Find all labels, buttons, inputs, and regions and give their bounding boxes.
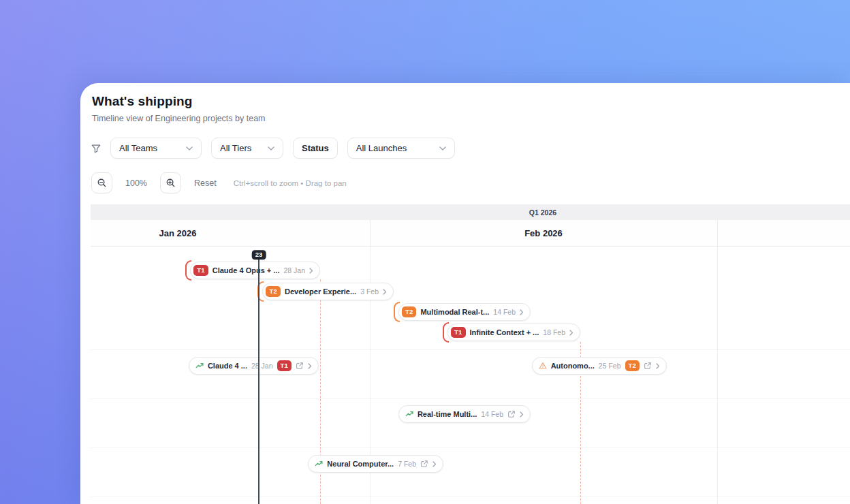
status-filter-button[interactable]: Status xyxy=(293,138,338,159)
external-link-icon xyxy=(296,362,304,370)
quarter-label: Q1 2026 xyxy=(529,208,556,217)
whats-shipping-card: What's shipping Timeline view of Enginee… xyxy=(80,83,850,504)
filters-row: All Teams All Tiers Status All Launches xyxy=(91,138,455,159)
external-link-icon xyxy=(420,460,428,468)
zoom-level-value: 100% xyxy=(125,178,147,188)
zoom-in-icon xyxy=(166,178,176,188)
chevron-down-icon xyxy=(186,146,193,151)
item-title: Infinite Context + ... xyxy=(470,328,539,336)
month-label-feb: Feb 2026 xyxy=(524,228,563,238)
row-separator xyxy=(91,349,850,350)
item-title: Real-time Multi... xyxy=(418,410,477,418)
launches-filter-select[interactable]: All Launches xyxy=(347,138,455,159)
trending-up-icon xyxy=(315,460,323,468)
zoom-in-button[interactable] xyxy=(160,172,181,193)
teams-filter-select[interactable]: All Teams xyxy=(110,138,202,159)
timeline-bar-developer-experience[interactable]: T2 Developer Experie... 3 Feb xyxy=(262,283,394,300)
launch-pill-autonomous[interactable]: Autonomo... 25 Feb T2 xyxy=(532,357,667,375)
chevron-down-icon xyxy=(268,146,274,151)
item-date: 3 Feb xyxy=(360,287,379,296)
chevron-right-icon xyxy=(520,411,524,418)
timeline-rows: T1 Claude 4 Opus + ... 28 Jan T2 Develop… xyxy=(91,247,850,504)
quarter-header-band: Q1 2026 xyxy=(91,204,850,220)
launch-pill-realtime-multi[interactable]: Real-time Multi... 14 Feb xyxy=(398,405,531,423)
chevron-right-icon xyxy=(432,461,437,467)
item-title: Multimodal Real-t... xyxy=(420,308,489,316)
timeline-canvas[interactable]: Q1 2026 Jan 2026 Feb 2026 xyxy=(91,204,850,504)
zoom-out-icon xyxy=(97,178,107,188)
month-divider xyxy=(717,220,718,246)
bar-start-bracket xyxy=(185,260,191,281)
chevron-right-icon xyxy=(656,363,660,369)
month-label-jan: Jan 2026 xyxy=(159,228,197,238)
trending-up-icon xyxy=(405,410,413,418)
row-separator xyxy=(91,447,850,448)
zoom-out-button[interactable] xyxy=(91,172,112,193)
chevron-right-icon xyxy=(308,363,312,369)
launch-pill-claude-4[interactable]: Claude 4 ... 28 Jan T1 xyxy=(189,357,319,375)
item-title: Autonomo... xyxy=(551,362,595,370)
chevron-right-icon xyxy=(520,309,524,315)
month-divider xyxy=(370,220,371,246)
tier-badge: T2 xyxy=(266,286,281,297)
item-title: Claude 4 ... xyxy=(208,362,247,370)
zoom-toolbar: 100% Reset Ctrl+scroll to zoom • Drag to… xyxy=(91,172,347,193)
trending-up-icon xyxy=(195,362,204,370)
launches-filter-value: All Launches xyxy=(356,143,407,153)
timeline-bar-claude-4-opus[interactable]: T1 Claude 4 Opus + ... 28 Jan xyxy=(190,262,320,279)
row-separator xyxy=(91,398,850,399)
chevron-right-icon xyxy=(309,268,313,274)
timeline-bar-infinite-context[interactable]: T1 Infinite Context + ... 18 Feb xyxy=(447,324,580,341)
item-date: 14 Feb xyxy=(493,308,516,316)
page-title: What's shipping xyxy=(92,94,192,109)
row-separator xyxy=(91,497,850,497)
item-date: 7 Feb xyxy=(398,460,416,468)
teams-filter-value: All Teams xyxy=(119,143,157,153)
tier-badge: T2 xyxy=(625,360,640,371)
item-date: 14 Feb xyxy=(481,410,503,418)
reset-zoom-button[interactable]: Reset xyxy=(194,178,217,188)
timeline-bar-multimodal-realtime[interactable]: T2 Multimodal Real-t... 14 Feb xyxy=(398,303,531,321)
item-date: 18 Feb xyxy=(543,328,565,336)
today-marker-badge: 23 xyxy=(252,250,266,259)
chevron-down-icon xyxy=(439,146,446,151)
item-date: 25 Feb xyxy=(599,362,621,370)
external-link-icon xyxy=(507,410,516,418)
external-link-icon xyxy=(644,362,652,370)
tier-badge: T1 xyxy=(193,265,208,276)
tier-badge: T2 xyxy=(402,306,417,317)
item-date: 28 Jan xyxy=(283,266,305,274)
zoom-hint-text: Ctrl+scroll to zoom • Drag to pan xyxy=(234,179,347,187)
tiers-filter-value: All Tiers xyxy=(220,143,251,153)
chevron-right-icon xyxy=(383,289,387,295)
tiers-filter-select[interactable]: All Tiers xyxy=(211,138,283,159)
tier-badge: T1 xyxy=(277,360,292,371)
item-title: Claude 4 Opus + ... xyxy=(212,266,280,274)
bar-start-bracket xyxy=(443,322,449,343)
item-title: Developer Experie... xyxy=(285,287,356,296)
background-gradient: What's shipping Timeline view of Enginee… xyxy=(0,0,850,504)
month-header-row: Jan 2026 Feb 2026 xyxy=(91,220,850,247)
page-subtitle: Timeline view of Engineering projects by… xyxy=(92,114,266,123)
month-gridline xyxy=(717,247,718,504)
bar-start-bracket xyxy=(394,302,400,322)
chevron-right-icon xyxy=(569,330,573,336)
today-marker-line xyxy=(258,256,259,504)
tier-badge: T1 xyxy=(451,327,466,338)
item-date: 28 Jan xyxy=(251,362,273,370)
warning-icon xyxy=(539,362,547,370)
filter-funnel-icon xyxy=(91,144,101,153)
launch-pill-neural-computer[interactable]: Neural Computer... 7 Feb xyxy=(308,455,443,473)
item-title: Neural Computer... xyxy=(327,460,394,468)
